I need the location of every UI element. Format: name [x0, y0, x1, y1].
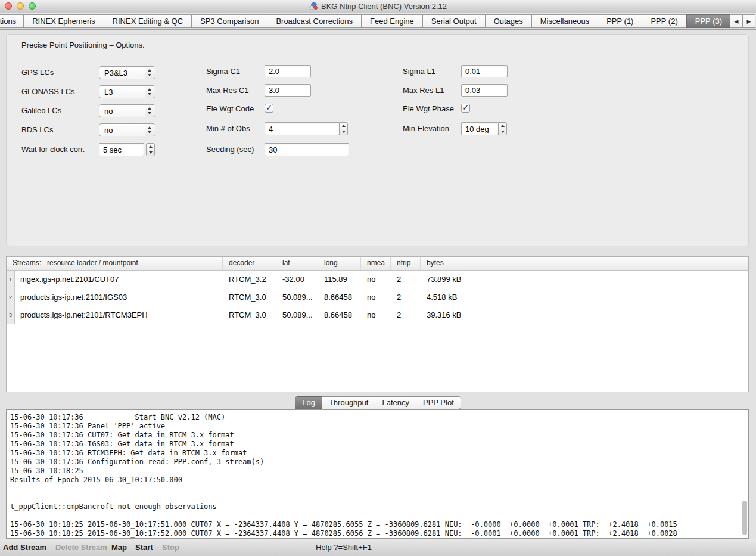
max-res-c1-label: Max Res C1 [206, 86, 249, 95]
min-obs-input[interactable] [265, 122, 340, 135]
log-output[interactable]: 15-06-30 10:17:36 ========== Start BNC v… [6, 409, 749, 539]
log-line: 15-06-30 10:17:36 RTCM3EPH: Get data in … [10, 449, 740, 458]
decrement-icon[interactable] [499, 129, 506, 135]
log-line: 15-06-30 10:18:25 2015-06-30_10:17:52.00… [10, 529, 740, 538]
glonass-lcs-select[interactable]: L3 [99, 85, 155, 98]
tab-ppp-2[interactable]: PPP (2) [642, 14, 686, 28]
sigma-c1-label: Sigma C1 [206, 67, 240, 76]
tab-sp3-comparison[interactable]: SP3 Comparison [191, 14, 267, 28]
log-line: t_pppClient::cmpBancroft not enough obse… [10, 502, 740, 511]
max-res-l1-input[interactable] [461, 84, 508, 97]
decrement-icon[interactable] [340, 129, 347, 135]
tab-outages[interactable]: Outages [485, 14, 532, 28]
ppp-options-panel: Precise Point Positioning – Options. GPS… [6, 34, 749, 246]
ele-wgt-code-checkbox[interactable] [265, 104, 273, 113]
tab-ppp-1[interactable]: PPP (1) [598, 14, 642, 28]
ele-wgt-phase-label: Ele Wgt Phase [403, 104, 454, 113]
glonass-lcs-label: GLONASS LCs [21, 87, 75, 96]
combo-arrows-icon [145, 105, 155, 117]
row-number[interactable]: 2 [7, 288, 15, 306]
column-header-ntrip[interactable]: ntrip [391, 257, 421, 270]
tab-broadcast-corrections[interactable]: Broadcast Corrections [267, 14, 362, 28]
streams-header-label[interactable]: Streams: resource loader / mountpoint [7, 257, 223, 270]
tab-feed-engine[interactable]: Feed Engine [361, 14, 423, 28]
add-stream-button[interactable]: Add Stream [3, 539, 46, 556]
stream-row[interactable]: 1 mgex.igs-ip.net:2101/CUT07 RTCM_3.2 -3… [7, 271, 748, 288]
decrement-icon[interactable] [147, 150, 154, 156]
tab-scroll-buttons: ◀ ▶ [730, 14, 755, 28]
column-header-lat[interactable]: lat [276, 257, 318, 270]
wait-clock-label: Wait for clock corr. [21, 145, 85, 154]
gps-lcs-select[interactable]: P3&L3 [99, 66, 155, 79]
bds-lcs-value: no [104, 126, 113, 135]
wait-clock-stepper[interactable] [146, 143, 155, 156]
log-line: Results of Epoch 2015-06-30_10:17:50.000 [10, 476, 740, 484]
minimize-button[interactable] [17, 2, 24, 10]
cell-bytes: 4.518 kB [421, 288, 748, 306]
bds-lcs-label: BDS LCs [21, 125, 53, 134]
max-res-c1-input[interactable] [265, 84, 311, 97]
tab-scroll-left-icon[interactable]: ◀ [730, 14, 743, 28]
min-elevation-input[interactable] [461, 122, 499, 135]
log-scrollbar-thumb[interactable] [742, 501, 747, 535]
column-header-nmea[interactable]: nmea [361, 257, 391, 270]
titlebar: BKG Ntrip Client (BNC) Version 2.12 [0, 0, 756, 13]
tab-serial-output[interactable]: Serial Output [422, 14, 486, 28]
combo-arrows-icon [145, 86, 155, 98]
cell-ntrip: 2 [391, 306, 421, 324]
tab-rinex-observations[interactable]: ations [0, 14, 24, 28]
log-line: 15-06-30 10:17:36 Panel 'PPP' active [10, 422, 740, 431]
column-header-decoder[interactable]: decoder [223, 257, 276, 270]
streams-table: Streams: resource loader / mountpoint de… [6, 256, 749, 392]
close-button[interactable] [5, 2, 12, 10]
cell-nmea: no [361, 288, 391, 306]
tab-miscellaneous[interactable]: Miscellaneous [531, 14, 598, 28]
ele-wgt-code-label: Ele Wgt Code [206, 104, 254, 113]
sigma-c1-input[interactable] [265, 65, 311, 77]
delete-stream-button[interactable]: Delete Stream [55, 539, 107, 556]
stop-button[interactable]: Stop [162, 539, 179, 556]
cell-lat: -32.00 [276, 271, 318, 288]
tab-throughput[interactable]: Throughput [322, 396, 376, 409]
cell-lat: 50.089... [276, 306, 318, 324]
bds-lcs-select[interactable]: no [99, 123, 155, 136]
tab-ppp-3[interactable]: PPP (3) [686, 14, 731, 28]
stream-row[interactable]: 2 products.igs-ip.net:2101/IGS03 RTCM_3.… [7, 288, 748, 306]
cell-bytes: 39.316 kB [421, 306, 748, 324]
cell-decoder: RTCM_3.0 [223, 288, 276, 306]
tab-rinex-editing-qc[interactable]: RINEX Editing & QC [104, 14, 192, 28]
zoom-button[interactable] [29, 2, 36, 10]
start-button[interactable]: Start [135, 539, 153, 556]
window-controls [5, 2, 36, 10]
column-header-long[interactable]: long [318, 257, 361, 270]
log-line: 15-06-30 10:18:25 [10, 467, 740, 476]
stream-row[interactable]: 3 products.igs-ip.net:2101/RTCM3EPH RTCM… [7, 306, 748, 324]
row-number[interactable]: 1 [7, 271, 15, 288]
cell-bytes: 73.899 kB [421, 271, 748, 288]
map-button[interactable]: Map [111, 539, 127, 556]
cell-nmea: no [361, 306, 391, 324]
galileo-lcs-value: no [104, 107, 113, 116]
log-line: 15-06-30 10:17:36 IGS03: Get data in RTC… [10, 440, 740, 449]
tab-log[interactable]: Log [295, 396, 322, 409]
tab-latency[interactable]: Latency [375, 396, 416, 409]
tab-rinex-ephemeris[interactable]: RINEX Ephemeris [23, 14, 104, 28]
glonass-lcs-value: L3 [104, 88, 113, 97]
streams-table-header: Streams: resource loader / mountpoint de… [7, 257, 748, 271]
galileo-lcs-label: Galileo LCs [21, 106, 61, 115]
wait-clock-input[interactable] [99, 143, 144, 156]
row-number[interactable]: 3 [7, 306, 15, 324]
ele-wgt-phase-checkbox[interactable] [461, 104, 470, 113]
sigma-l1-input[interactable] [461, 65, 508, 77]
min-elevation-stepper[interactable] [498, 122, 507, 135]
tab-ppp-plot[interactable]: PPP Plot [416, 396, 461, 409]
column-header-bytes[interactable]: bytes [421, 257, 748, 270]
min-obs-stepper[interactable] [339, 122, 348, 135]
galileo-lcs-select[interactable]: no [99, 104, 155, 117]
log-line: 15-06-30 10:18:25 2015-06-30_10:17:51.00… [10, 520, 740, 529]
combo-arrows-icon [145, 124, 155, 136]
tab-scroll-right-icon[interactable]: ▶ [742, 14, 755, 28]
seeding-input[interactable] [265, 143, 349, 156]
min-obs-label: Min # of Obs [206, 124, 250, 133]
sigma-l1-label: Sigma L1 [403, 67, 435, 76]
